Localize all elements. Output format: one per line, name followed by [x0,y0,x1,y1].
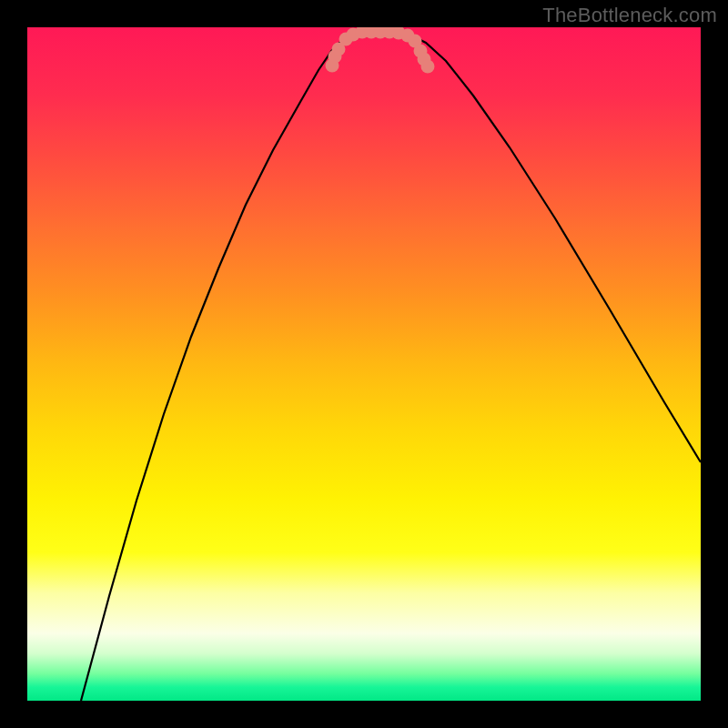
watermark-text: TheBottleneck.com [542,4,717,27]
chart-frame: TheBottleneck.com [0,0,728,728]
dots-layer [27,27,701,701]
salmon-dots-group [326,27,435,74]
plot-area [27,27,701,701]
dot [421,60,435,74]
